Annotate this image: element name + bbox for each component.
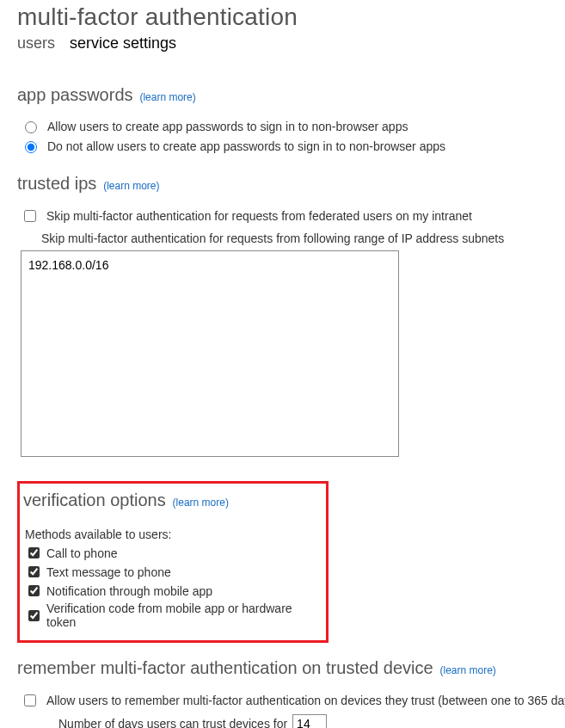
- label-methods-available: Methods available to users:: [25, 527, 317, 541]
- checkbox-notification-app[interactable]: [28, 585, 40, 596]
- label-text-to-phone: Text message to phone: [46, 565, 171, 579]
- checkbox-verification-code[interactable]: [28, 610, 40, 621]
- learn-more-verification[interactable]: learn more: [173, 497, 229, 509]
- verification-options-highlight: verification options learn more Methods …: [17, 481, 329, 643]
- label-skip-federated: Skip multi-factor authentication for req…: [46, 209, 472, 223]
- checkbox-remember-mfa[interactable]: [24, 694, 36, 706]
- label-remember-mfa: Allow users to remember multi-factor aut…: [46, 694, 565, 707]
- label-call-to-phone: Call to phone: [46, 546, 118, 560]
- radio-disallow-app-passwords[interactable]: [25, 141, 37, 153]
- ip-subnets-input[interactable]: [21, 250, 399, 457]
- tabs: users service settings: [17, 34, 565, 52]
- label-disallow-app-passwords: Do not allow users to create app passwor…: [47, 139, 445, 153]
- label-verification-code: Verification code from mobile app or har…: [46, 602, 317, 629]
- page-title: multi-factor authentication: [17, 3, 565, 31]
- section-trusted-ips: trusted ips: [17, 174, 96, 194]
- checkbox-call-to-phone[interactable]: [28, 547, 40, 558]
- section-verification-options: verification options: [23, 490, 166, 510]
- tab-users[interactable]: users: [17, 34, 55, 52]
- section-app-passwords: app passwords: [17, 85, 133, 105]
- label-skip-ranges: Skip multi-factor authentication for req…: [41, 231, 565, 245]
- learn-more-remember[interactable]: learn more: [439, 664, 495, 676]
- checkbox-text-to-phone[interactable]: [28, 566, 40, 577]
- input-days-trust[interactable]: [292, 714, 327, 728]
- section-remember-mfa: remember multi-factor authentication on …: [17, 658, 433, 678]
- label-notification-app: Notification through mobile app: [46, 584, 212, 598]
- checkbox-skip-federated[interactable]: [24, 210, 36, 222]
- radio-allow-app-passwords[interactable]: [25, 121, 37, 133]
- tab-service-settings[interactable]: service settings: [70, 34, 176, 52]
- label-days-trust: Number of days users can trust devices f…: [58, 717, 287, 728]
- learn-more-trusted-ips[interactable]: learn more: [103, 180, 159, 192]
- learn-more-app-passwords[interactable]: learn more: [139, 91, 195, 103]
- label-allow-app-passwords: Allow users to create app passwords to s…: [47, 120, 408, 133]
